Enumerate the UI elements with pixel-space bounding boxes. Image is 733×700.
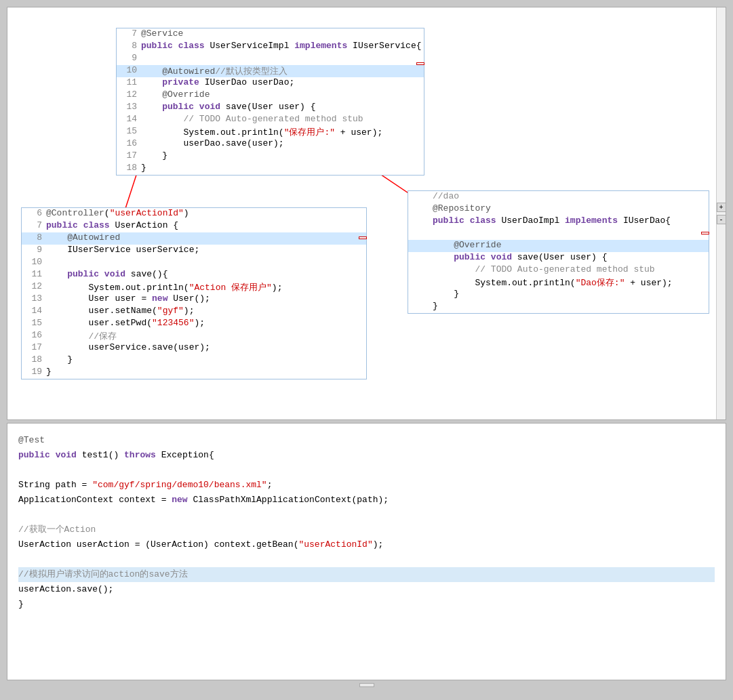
line-content: // TODO Auto-generated method stub xyxy=(433,264,705,276)
line-content: } xyxy=(433,289,705,301)
code-text: userAction.save(); xyxy=(18,582,113,597)
line-content: IUserService userService; xyxy=(46,245,362,257)
line-content xyxy=(433,228,705,240)
table-row: 7@Service xyxy=(117,28,424,41)
list-item: //获取一个Action xyxy=(18,522,715,537)
table-row: 13 User user = new User(); xyxy=(22,293,366,306)
bottom-code-lines: @Testpublic void test1() throws Exceptio… xyxy=(18,433,715,612)
table-row: 14 // TODO Auto-generated method stub xyxy=(117,114,424,126)
table-row: 13 public void save(User user) { xyxy=(117,102,424,114)
table-row: 17 } xyxy=(117,150,424,163)
table-row: // TODO Auto-generated method stub xyxy=(408,264,709,276)
line-number xyxy=(412,276,429,289)
table-row: 10 @Autowired//默认按类型注入 xyxy=(117,65,424,77)
table-row: @Override xyxy=(408,240,709,252)
table-row: 14 user.setName("gyf"); xyxy=(22,306,366,318)
line-number: 9 xyxy=(121,53,137,65)
line-content: System.out.println("保存用户:" + user); xyxy=(141,126,420,138)
line-number: 6 xyxy=(26,208,42,220)
line-number: 7 xyxy=(26,220,42,232)
table-row: 18} xyxy=(117,163,424,175)
line-number: 10 xyxy=(121,65,137,77)
scroll-up-btn[interactable]: + xyxy=(717,203,726,212)
table-row: 9 IUserService userService; xyxy=(22,245,366,257)
code-text: ApplicationContext context = new ClassPa… xyxy=(18,493,389,508)
line-content: private IUserDao userDao; xyxy=(141,77,420,89)
list-item xyxy=(18,552,715,567)
table-row: 18 } xyxy=(22,354,366,367)
table-row: @Repository xyxy=(408,203,709,215)
add-tab-button[interactable] xyxy=(359,683,374,687)
line-number: 8 xyxy=(121,41,137,53)
line-number xyxy=(412,228,429,240)
line-content: User user = new User(); xyxy=(46,293,362,306)
line-number: 10 xyxy=(26,257,42,269)
line-content: @Override xyxy=(433,240,705,252)
code-text: @Test xyxy=(18,433,45,448)
line-content: @Override xyxy=(141,89,420,102)
line-content: @Repository xyxy=(433,203,705,215)
line-content: // TODO Auto-generated method stub xyxy=(141,114,420,126)
code-text: //模拟用户请求访问的action的save方法 xyxy=(18,567,188,582)
line-number: 12 xyxy=(26,281,42,293)
line-content: userDao.save(user); xyxy=(141,138,420,150)
line-number: 14 xyxy=(121,114,137,126)
line-number: 16 xyxy=(26,330,42,342)
line-content: user.setPwd("123456"); xyxy=(46,318,362,330)
line-content: System.out.println("Dao保存:" + user); xyxy=(433,276,705,289)
table-row: public void save(User user) { xyxy=(408,252,709,264)
line-content: public void save(User user) { xyxy=(433,252,705,264)
table-row: } xyxy=(408,301,709,313)
line-number xyxy=(412,240,429,252)
action-label xyxy=(359,236,367,239)
line-number: 12 xyxy=(121,89,137,102)
line-content: public class UserServiceImpl implements … xyxy=(141,41,422,53)
line-number: 19 xyxy=(26,367,42,379)
top-panel: 7@Service8public class UserServiceImpl i… xyxy=(7,7,726,420)
list-item xyxy=(18,463,715,478)
table-row: public class UserDaoImpl implements IUse… xyxy=(408,215,709,228)
code-text: String path = "com/gyf/spring/demo10/bea… xyxy=(18,478,272,493)
line-number: 11 xyxy=(121,77,137,89)
list-item: userAction.save(); xyxy=(18,582,715,597)
line-number xyxy=(412,252,429,264)
line-number: 18 xyxy=(26,354,42,367)
line-number: 17 xyxy=(121,150,137,163)
code-text: //获取一个Action xyxy=(18,522,96,537)
line-number xyxy=(412,215,429,228)
table-row: } xyxy=(408,289,709,301)
table-row: 10 xyxy=(22,257,366,269)
line-number: 16 xyxy=(121,138,137,150)
code-text: UserAction userAction = (UserAction) con… xyxy=(18,537,383,552)
dao-label xyxy=(701,232,709,234)
table-row: 12 @Override xyxy=(117,89,424,102)
table-row: //dao xyxy=(408,191,709,203)
line-content: public class UserAction { xyxy=(46,220,362,232)
line-number: 11 xyxy=(26,269,42,281)
line-number: 8 xyxy=(26,232,42,245)
line-content: @Autowired//默认按类型注入 xyxy=(141,65,420,77)
list-item: ApplicationContext context = new ClassPa… xyxy=(18,493,715,508)
scroll-down-btn[interactable]: - xyxy=(717,215,726,224)
list-item: @Test xyxy=(18,433,715,448)
bottom-panel: @Testpublic void test1() throws Exceptio… xyxy=(7,423,726,680)
list-item xyxy=(18,508,715,522)
line-number: 13 xyxy=(121,102,137,114)
list-item: String path = "com/gyf/spring/demo10/bea… xyxy=(18,478,715,493)
table-row: 11 private IUserDao userDao; xyxy=(117,77,424,89)
list-item: //模拟用户请求访问的action的save方法 xyxy=(18,567,715,582)
line-number: 14 xyxy=(26,306,42,318)
table-row: 17 userService.save(user); xyxy=(22,342,366,354)
line-content: @Service xyxy=(141,28,420,41)
line-content: user.setName("gyf"); xyxy=(46,306,362,318)
table-row: 16 //保存 xyxy=(22,330,366,342)
table-row: 11 public void save(){ xyxy=(22,269,366,281)
service-label xyxy=(416,62,424,65)
line-number: 17 xyxy=(26,342,42,354)
line-number: 7 xyxy=(121,28,137,41)
scrollbar-right[interactable]: + - xyxy=(716,7,726,419)
line-content: @Autowired xyxy=(46,232,362,245)
line-content: //dao xyxy=(433,191,705,203)
line-number: 15 xyxy=(121,126,137,138)
line-content: public class UserDaoImpl implements IUse… xyxy=(433,215,705,228)
